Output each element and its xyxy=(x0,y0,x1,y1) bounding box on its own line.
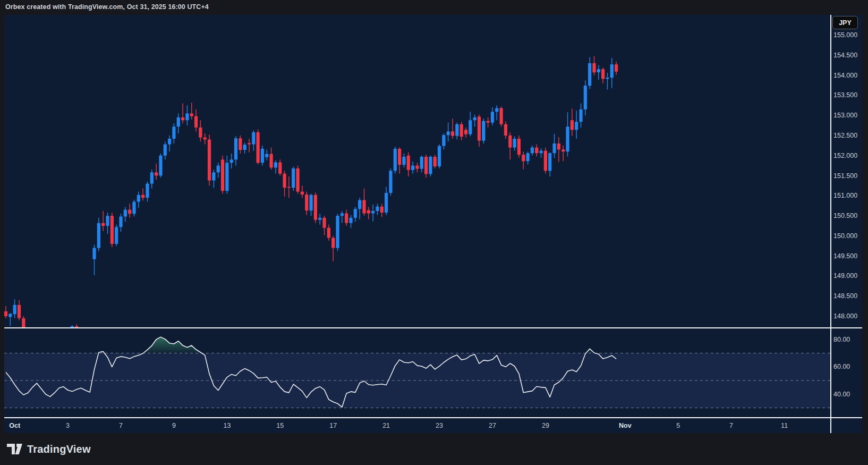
tradingview-logo[interactable]: TradingView xyxy=(7,443,91,455)
rsi-indicator-pane[interactable] xyxy=(4,328,830,417)
rsi-axis-label: 60.00 xyxy=(833,363,850,370)
price-axis-label: 150.000 xyxy=(833,232,857,240)
page: { "header": { "title": "Orbex created wi… xyxy=(0,0,868,465)
price-axis-label: 153.500 xyxy=(833,91,857,99)
rsi-axis-label: 80.00 xyxy=(833,336,850,343)
time-axis-label: 27 xyxy=(489,422,496,429)
price-axis-label: 150.500 xyxy=(833,212,857,219)
price-axis-label: 149.500 xyxy=(833,252,857,260)
chart-title: Orbex created with TradingView.com, Oct … xyxy=(5,3,209,11)
time-axis-label: 3 xyxy=(66,422,70,429)
price-axis-label: 151.500 xyxy=(833,172,857,180)
price-axis[interactable]: JPY 155.000154.500154.000153.500153.0001… xyxy=(831,15,862,417)
time-axis-label: 5 xyxy=(676,422,680,429)
time-axis-label: 9 xyxy=(172,422,176,429)
time-axis-label: 23 xyxy=(436,422,443,429)
price-axis-label: 153.000 xyxy=(833,112,857,119)
time-axis-label: 15 xyxy=(276,422,284,429)
time-axis-label: Oct xyxy=(9,422,20,429)
header-strip: Orbex created with TradingView.com, Oct … xyxy=(0,0,868,15)
tradingview-logo-text: TradingView xyxy=(27,443,91,455)
time-axis-label: 11 xyxy=(781,422,788,429)
time-axis-label: 17 xyxy=(329,422,337,429)
currency-badge: JPY xyxy=(832,16,858,29)
candlestick-series xyxy=(4,56,618,327)
price-axis-label: 154.000 xyxy=(833,72,857,79)
time-axis-label: 29 xyxy=(542,422,549,429)
price-axis-label: 152.500 xyxy=(833,132,857,139)
price-axis-label: 149.000 xyxy=(833,272,857,280)
chart-panel: JPY 155.000154.500154.000153.500153.0001… xyxy=(4,15,862,433)
time-axis-label: 13 xyxy=(223,422,231,429)
price-axis-label: 155.000 xyxy=(833,31,857,39)
tradingview-logo-icon xyxy=(7,444,22,454)
price-axis-label: 148.500 xyxy=(833,292,857,300)
time-axis-label: 7 xyxy=(729,422,733,429)
rsi-axis-label: 40.00 xyxy=(833,391,850,398)
time-axis-label: 21 xyxy=(382,422,390,429)
time-axis-label: Nov xyxy=(619,422,632,429)
price-axis-label: 151.000 xyxy=(833,192,857,199)
time-axis[interactable]: Oct37913151721232729Nov5711 xyxy=(4,418,862,433)
main-price-pane[interactable] xyxy=(4,15,830,327)
price-axis-label: 154.500 xyxy=(833,52,857,59)
price-axis-label: 152.000 xyxy=(833,152,857,159)
time-axis-label: 7 xyxy=(119,422,123,429)
price-axis-label: 148.000 xyxy=(833,312,857,320)
